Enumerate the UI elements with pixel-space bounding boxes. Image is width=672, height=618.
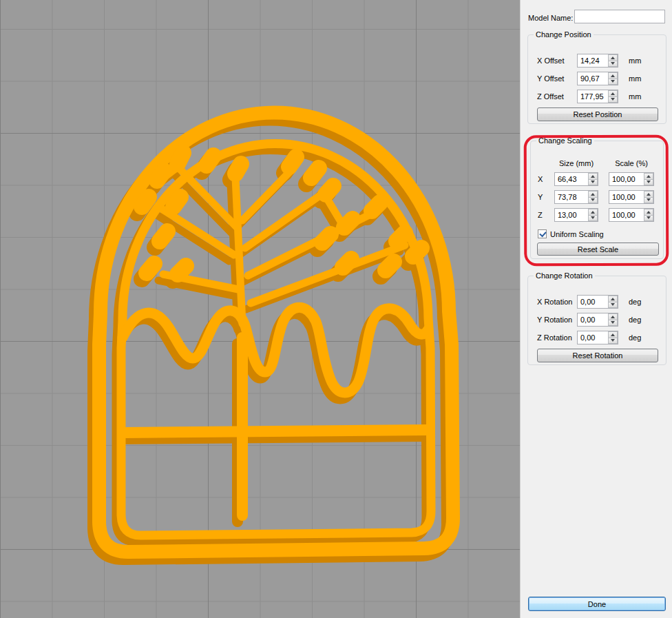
y-scale-value[interactable]: 100,00: [609, 191, 644, 203]
spin-up-button[interactable]: [608, 72, 618, 79]
spin-up-button[interactable]: [608, 90, 618, 97]
y-offset-value[interactable]: 90,67: [578, 72, 608, 85]
x-offset-label: X Offset: [537, 56, 565, 65]
spin-down-button[interactable]: [608, 338, 618, 344]
down-arrow-icon: [591, 181, 595, 183]
done-button[interactable]: Done: [528, 597, 666, 611]
spin-up-button[interactable]: [644, 209, 653, 216]
down-arrow-icon: [611, 98, 615, 101]
spin-up-button[interactable]: [588, 191, 598, 198]
down-arrow-icon: [611, 339, 615, 342]
down-arrow-icon: [611, 321, 615, 324]
z-size-value[interactable]: 13,00: [555, 209, 588, 221]
spin-down-button[interactable]: [608, 97, 618, 103]
x-scale-spinbox[interactable]: 100,00: [609, 172, 654, 186]
spin-down-button[interactable]: [608, 302, 618, 309]
spin-up-button[interactable]: [644, 173, 653, 180]
spin-buttons: [644, 191, 653, 203]
down-arrow-icon: [591, 198, 595, 201]
x-rotation-spinbox[interactable]: 0,00: [577, 295, 618, 309]
done-label: Done: [588, 600, 606, 608]
x-scale-value[interactable]: 100,00: [609, 173, 644, 185]
y-rotation-spinbox[interactable]: 0,00: [577, 313, 618, 327]
spin-buttons: [644, 209, 653, 221]
spin-down-button[interactable]: [644, 216, 653, 222]
spin-down-button[interactable]: [608, 61, 618, 68]
spin-up-button[interactable]: [608, 331, 618, 338]
up-arrow-icon: [611, 74, 615, 77]
up-arrow-icon: [591, 193, 595, 196]
down-arrow-icon: [591, 216, 595, 219]
spin-up-button[interactable]: [608, 54, 618, 61]
spin-buttons: [608, 331, 618, 344]
up-arrow-icon: [591, 175, 595, 178]
model-name-input[interactable]: [574, 10, 665, 23]
spin-up-button[interactable]: [644, 191, 653, 198]
z-rotation-unit: deg: [629, 333, 641, 342]
spin-down-button[interactable]: [608, 320, 618, 327]
uniform-scaling-checkbox[interactable]: [538, 229, 547, 238]
z-rotation-label: Z Rotation: [537, 333, 572, 342]
spin-buttons: [588, 191, 598, 203]
model-top-surface[interactable]: [99, 112, 453, 552]
reset-rotation-label: Reset Rotation: [573, 351, 623, 360]
change-scaling-title: Change Scaling: [536, 136, 594, 145]
x-offset-unit: mm: [629, 56, 641, 65]
y-offset-label: Y Offset: [537, 74, 564, 83]
spin-up-button[interactable]: [608, 296, 618, 302]
y-size-spinbox[interactable]: 73,78: [554, 190, 598, 204]
z-scale-spinbox[interactable]: 100,00: [609, 208, 654, 222]
y-scale-spinbox[interactable]: 100,00: [609, 190, 654, 204]
reset-position-button[interactable]: Reset Position: [537, 107, 658, 121]
reset-rotation-button[interactable]: Reset Rotation: [537, 349, 658, 362]
up-arrow-icon: [591, 211, 595, 214]
uniform-scaling-label: Uniform Scaling: [550, 230, 604, 238]
spin-buttons: [608, 72, 618, 85]
z-rotation-value[interactable]: 0,00: [578, 331, 608, 344]
z-size-spinbox[interactable]: 13,00: [554, 208, 598, 222]
spin-down-button[interactable]: [588, 216, 598, 222]
change-position-title: Change Position: [534, 30, 594, 39]
spin-down-button[interactable]: [588, 180, 598, 186]
y-size-value[interactable]: 73,78: [555, 191, 588, 203]
cookie-cutter-model[interactable]: [0, 0, 520, 618]
up-arrow-icon: [611, 316, 615, 318]
z-scale-value[interactable]: 100,00: [609, 209, 644, 221]
change-rotation-group: Change Rotation X Rotation 0,00 deg Y Ro…: [527, 276, 666, 365]
spin-up-button[interactable]: [588, 209, 598, 216]
x-offset-value[interactable]: 14,24: [578, 54, 608, 67]
spin-down-button[interactable]: [644, 198, 653, 204]
up-arrow-icon: [647, 211, 651, 214]
z-offset-value[interactable]: 177,95: [578, 90, 608, 103]
change-rotation-title: Change Rotation: [534, 271, 595, 280]
reset-scale-button[interactable]: Reset Scale: [537, 243, 659, 256]
y-rotation-value[interactable]: 0,00: [578, 313, 608, 326]
spin-down-button[interactable]: [644, 180, 653, 186]
up-arrow-icon: [611, 56, 615, 59]
x-size-value[interactable]: 66,43: [555, 173, 588, 185]
x-offset-spinbox[interactable]: 14,24: [577, 54, 618, 68]
z-offset-spinbox[interactable]: 177,95: [577, 90, 618, 103]
up-arrow-icon: [647, 193, 651, 196]
scale-y-label: Y: [538, 193, 543, 201]
y-rotation-label: Y Rotation: [537, 316, 572, 324]
settings-panel: Model Name: Change Position X Offset 14,…: [520, 0, 672, 618]
spin-down-button[interactable]: [608, 79, 618, 85]
down-arrow-icon: [647, 198, 651, 201]
x-size-spinbox[interactable]: 66,43: [554, 172, 598, 186]
x-rotation-value[interactable]: 0,00: [578, 296, 608, 308]
z-rotation-spinbox[interactable]: 0,00: [577, 331, 618, 344]
y-rotation-unit: deg: [629, 316, 641, 324]
reset-scale-label: Reset Scale: [578, 245, 618, 254]
model-name-label: Model Name:: [528, 14, 573, 22]
y-offset-spinbox[interactable]: 90,67: [577, 72, 618, 85]
x-rotation-label: X Rotation: [537, 298, 572, 306]
spin-up-button[interactable]: [608, 313, 618, 320]
3d-viewport[interactable]: [0, 0, 520, 618]
reset-position-label: Reset Position: [574, 110, 622, 119]
spin-up-button[interactable]: [588, 173, 598, 180]
up-arrow-icon: [611, 92, 615, 95]
z-offset-label: Z Offset: [537, 92, 564, 101]
spin-down-button[interactable]: [588, 198, 598, 204]
spin-buttons: [608, 296, 618, 308]
